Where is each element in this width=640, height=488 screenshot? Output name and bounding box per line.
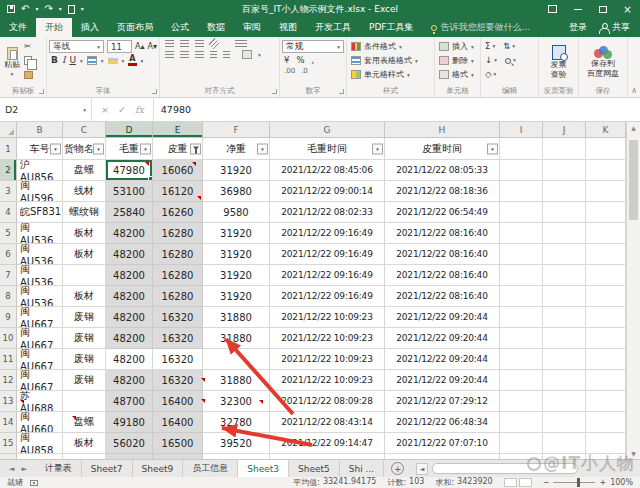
menu-tab-2[interactable]: 开始 — [36, 18, 72, 37]
sheet-tab-3[interactable]: Sheet9 — [133, 460, 184, 477]
header-cell-g[interactable]: 毛重时间▾ — [270, 138, 385, 160]
cell-f10[interactable]: 31880 — [203, 328, 270, 349]
row-header-7[interactable]: 7 — [0, 265, 17, 286]
undo-icon[interactable]: ↶ — [21, 4, 29, 14]
row-header-2[interactable]: 2 — [0, 160, 17, 181]
cell-f15[interactable]: 39520 — [203, 433, 270, 454]
font-dialog-launcher-icon[interactable] — [152, 89, 157, 94]
fill-color-icon[interactable] — [108, 58, 118, 64]
macro-record-icon[interactable] — [30, 480, 38, 486]
cell-i7[interactable] — [500, 265, 543, 286]
sheet-nav-right-icon[interactable]: ► — [21, 465, 26, 473]
cell-c14[interactable]: 盘螺 — [63, 412, 106, 433]
cell-b4[interactable]: 皖SF831 — [17, 202, 63, 223]
format-as-table-button[interactable]: 套用表格格式▾ — [349, 54, 432, 67]
page-layout-view-button[interactable] — [504, 478, 517, 487]
sheet-tab-7[interactable]: Shi ... — [340, 460, 384, 477]
cell-b11[interactable]: 闽AU667 — [17, 349, 63, 370]
cell-f7[interactable]: 31920 — [203, 265, 270, 286]
cell-k11[interactable] — [586, 349, 626, 370]
cell-i14[interactable] — [500, 412, 543, 433]
align-left-icon[interactable] — [165, 51, 174, 59]
header-cell-h[interactable]: 皮重时间▾ — [385, 138, 500, 160]
cell-e10[interactable]: 16320 — [153, 328, 203, 349]
cell-e6[interactable]: 16280 — [153, 244, 203, 265]
cell-c8[interactable]: 板材 — [63, 286, 106, 307]
cell-c10[interactable]: 废钢 — [63, 328, 106, 349]
cell-d10[interactable]: 48200 — [106, 328, 153, 349]
menu-tab-1[interactable]: 文件 — [0, 18, 36, 37]
cell-f11[interactable] — [203, 349, 270, 370]
menu-tab-8[interactable]: 视图 — [270, 18, 306, 37]
zoom-slider-thumb[interactable] — [577, 478, 580, 487]
cell-e4[interactable]: 16260 — [153, 202, 203, 223]
cell-d8[interactable]: 48200 — [106, 286, 153, 307]
align-top-icon[interactable] — [165, 40, 174, 48]
fill-color-dropdown-icon[interactable]: ▾ — [122, 58, 125, 64]
header-cell-e[interactable]: 皮重 — [153, 138, 203, 160]
cell-b9[interactable]: 闽AU667 — [17, 307, 63, 328]
cell-i11[interactable] — [500, 349, 543, 370]
column-header-C[interactable]: C — [63, 122, 106, 137]
cell-d3[interactable]: 53100 — [106, 181, 153, 202]
column-header-B[interactable]: B — [17, 122, 63, 137]
cell-i10[interactable] — [500, 328, 543, 349]
orientation-icon[interactable] — [208, 38, 220, 50]
cell-d9[interactable]: 48200 — [106, 307, 153, 328]
cell-h8[interactable]: 2021/12/22 08:16:40 — [385, 286, 500, 307]
row-header-1[interactable]: 1 — [0, 138, 17, 160]
cell-b13[interactable]: 苏AU688 — [17, 391, 63, 412]
grow-font-icon[interactable]: A▴ — [135, 43, 145, 51]
menu-tab-5[interactable]: 公式 — [162, 18, 198, 37]
cell-b10[interactable]: 闽AU667 — [17, 328, 63, 349]
cell-h15[interactable]: 2021/12/22 07:07:10 — [385, 433, 500, 454]
cell-i4[interactable] — [500, 202, 543, 223]
cell-g7[interactable]: 2021/12/22 09:16:49 — [270, 265, 385, 286]
cell-f4[interactable]: 9580 — [203, 202, 270, 223]
row-header-12[interactable]: 12 — [0, 370, 17, 391]
cell-g15[interactable]: 2021/12/22 09:14:47 — [270, 433, 385, 454]
name-box[interactable]: D2 ▾ — [0, 98, 92, 121]
header-cell-i[interactable] — [500, 138, 543, 160]
page-break-view-button[interactable] — [519, 478, 532, 487]
cell-i8[interactable] — [500, 286, 543, 307]
redo-dropdown-icon[interactable]: ▾ — [59, 6, 62, 12]
sign-in-link[interactable]: 登录 — [569, 21, 587, 34]
preview-icon[interactable] — [68, 5, 75, 14]
cell-j12[interactable] — [543, 370, 586, 391]
insert-cells-button[interactable]: 插入▾ — [437, 40, 478, 53]
ribbon-display-options-button[interactable] — [540, 0, 565, 18]
cell-h9[interactable]: 2021/12/22 09:20:44 — [385, 307, 500, 328]
sort-filter-button[interactable]: ⇅▾ — [503, 40, 515, 53]
cell-f2[interactable]: 31920 — [203, 160, 270, 181]
row-header-4[interactable]: 4 — [0, 202, 17, 223]
row-header-5[interactable]: 5 — [0, 223, 17, 244]
header-cell-j[interactable] — [543, 138, 586, 160]
filter-button-b[interactable]: ▾ — [50, 143, 61, 154]
cell-e8[interactable]: 16280 — [153, 286, 203, 307]
cell-c3[interactable]: 线材 — [63, 181, 106, 202]
save-to-netdisk-button[interactable]: 保存到 百度网盘 — [585, 39, 621, 85]
cell-k6[interactable] — [586, 244, 626, 265]
cell-e11[interactable]: 16320 — [153, 349, 203, 370]
menu-tab-6[interactable]: 数据 — [198, 18, 234, 37]
cell-d5[interactable]: 48200 — [106, 223, 153, 244]
cell-j9[interactable] — [543, 307, 586, 328]
column-header-G[interactable]: G — [270, 122, 385, 137]
cell-j5[interactable] — [543, 223, 586, 244]
filter-button-f[interactable]: ▾ — [257, 143, 268, 154]
hscroll-left-icon[interactable]: ◄ — [416, 463, 428, 475]
row-header-9[interactable]: 9 — [0, 307, 17, 328]
cell-h2[interactable]: 2021/12/22 08:05:33 — [385, 160, 500, 181]
cell-j8[interactable] — [543, 286, 586, 307]
menu-tab-7[interactable]: 审阅 — [234, 18, 270, 37]
cell-k2[interactable] — [586, 160, 626, 181]
font-color-dropdown-icon[interactable]: ▾ — [141, 58, 144, 64]
font-name-select[interactable]: 等线▾ — [49, 40, 104, 53]
cell-c13[interactable] — [63, 391, 106, 412]
borders-dropdown-icon[interactable]: ▾ — [101, 58, 104, 64]
filter-button-c[interactable]: ▾ — [93, 143, 104, 154]
font-size-select[interactable]: 11 — [107, 40, 132, 53]
sheet-nav-left-icon[interactable]: ◄ — [9, 465, 14, 473]
filter-button-g[interactable]: ▾ — [372, 143, 383, 154]
